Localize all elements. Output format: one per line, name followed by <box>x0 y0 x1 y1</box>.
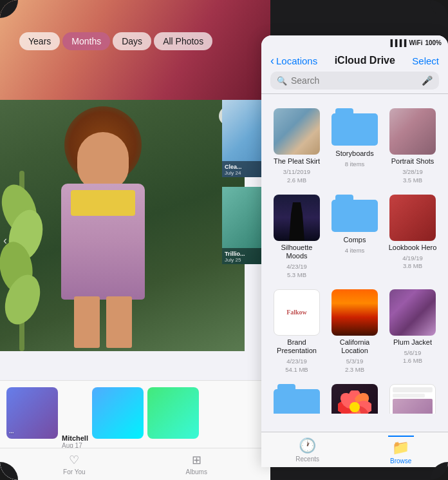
ipad-frame: Years Months Days All Photos <box>0 0 448 480</box>
file-meta: 8 items <box>345 160 365 168</box>
tab-years[interactable]: Years <box>19 32 60 50</box>
file-item[interactable]: Silhouette Moods4/23/195.3 MB <box>268 189 326 284</box>
file-thumbnail <box>389 384 436 414</box>
back-button[interactable]: ‹ Locations <box>270 55 317 66</box>
file-name: Plum Jacket <box>393 338 432 347</box>
file-name: Storyboards <box>335 149 373 158</box>
icloud-status-bar: ▐▐▐▐ WiFi 100% <box>261 35 448 50</box>
bottom-thumb-0[interactable]: ··· <box>6 387 58 439</box>
photos-nav: ♡ For You ⊞ Albums <box>0 448 270 480</box>
select-button[interactable]: Select <box>412 55 439 66</box>
icloud-panel: ▐▐▐▐ WiFi 100% ‹ Locations iCloud Drive … <box>261 35 448 467</box>
tab-recents[interactable]: 🕐 Recents <box>295 437 319 463</box>
nav-albums[interactable]: ⊞ Albums <box>186 453 207 475</box>
signal-icon: ▐▐▐▐ <box>388 39 406 46</box>
icloud-title: iCloud Drive <box>335 55 395 66</box>
file-name: Silhouette Moods <box>270 244 323 260</box>
file-meta: 5/6/191.6 MB <box>403 349 422 365</box>
file-thumbnail <box>389 108 436 155</box>
file-item[interactable]: Plum Jacket5/6/191.6 MB <box>384 284 442 379</box>
file-meta: 3/11/20192.6 MB <box>283 168 310 184</box>
file-meta: 3/28/193.5 MB <box>402 168 423 184</box>
icloud-tab-bar: 🕐 Recents 📁 Browse <box>261 432 448 467</box>
icloud-header: ‹ Locations iCloud Drive Select 🔍 🎤 <box>261 50 448 98</box>
file-item[interactable]: The Pleat Skirt3/11/20192.6 MB <box>268 103 326 189</box>
tab-browse[interactable]: 📁 Browse <box>388 436 414 465</box>
back-chevron-icon: ‹ <box>270 55 274 66</box>
main-photo: ··· <box>0 100 245 351</box>
file-name: Portrait Shots <box>391 157 434 166</box>
file-thumbnail <box>389 195 436 241</box>
file-thumbnail: Falkow <box>274 289 320 336</box>
search-input[interactable] <box>291 75 418 86</box>
bottom-thumb-2[interactable] <box>92 387 144 439</box>
file-name: Comps <box>344 236 366 244</box>
back-label: Locations <box>276 55 317 66</box>
tab-months[interactable]: Months <box>62 32 110 50</box>
photos-tab-bar: Years Months Days All Photos <box>19 32 212 50</box>
photos-top-strip <box>0 0 270 103</box>
file-item[interactable]: Comps4 items <box>326 189 384 284</box>
photos-bottom: ··· Mitchell Aug 17 ♡ For You ⊞ Albums <box>0 380 270 480</box>
mic-icon[interactable]: 🎤 <box>422 75 433 86</box>
file-name: California Location <box>328 338 381 355</box>
file-name: The Pleat Skirt <box>274 157 320 166</box>
nav-for-you[interactable]: ♡ For You <box>63 453 85 475</box>
separator <box>261 93 448 94</box>
bottom-thumb-3[interactable] <box>147 387 199 439</box>
bottom-person-name: Mitchell <box>62 434 88 442</box>
battery-icon: 100% <box>425 39 442 46</box>
file-item[interactable]: California Location5/3/192.3 MB <box>326 284 384 379</box>
file-meta: 4/19/193.8 MB <box>402 254 423 271</box>
svg-point-8 <box>350 402 360 412</box>
tab-all-photos[interactable]: All Photos <box>154 32 212 50</box>
file-item[interactable]: Proposals3 items <box>268 379 326 414</box>
file-item[interactable]: Color Inspiration5/6/191.9 MB <box>326 379 384 414</box>
file-meta: 5/3/192.3 MB <box>345 358 364 374</box>
file-grid: The Pleat Skirt3/11/20192.6 MBStoryboard… <box>261 98 448 414</box>
corner-tr <box>430 0 448 18</box>
file-thumbnail <box>331 289 378 336</box>
recents-icon: 🕐 <box>299 437 316 454</box>
file-meta: 4/23/1954.1 MB <box>285 358 308 374</box>
photos-app: Years Months Days All Photos <box>0 0 270 480</box>
file-thumbnail <box>274 108 320 155</box>
for-you-icon: ♡ <box>69 453 79 467</box>
file-name: Lookbook Hero <box>389 244 437 252</box>
file-thumbnail <box>331 384 378 414</box>
tab-days[interactable]: Days <box>113 32 151 50</box>
file-thumbnail <box>389 289 436 336</box>
file-meta: 4 items <box>345 247 365 254</box>
file-item[interactable]: Photoshoot Brief5/26/192 MB <box>384 379 442 414</box>
file-item[interactable]: Portrait Shots3/28/193.5 MB <box>384 103 442 189</box>
search-icon: 🔍 <box>277 76 287 86</box>
search-bar[interactable]: 🔍 🎤 <box>270 72 439 90</box>
file-name: Brand Presentation <box>270 338 323 355</box>
albums-icon: ⊞ <box>192 453 201 467</box>
file-thumbnail <box>274 195 320 241</box>
file-item[interactable]: Storyboards8 items <box>326 103 384 189</box>
browse-icon: 📁 <box>392 439 409 456</box>
file-meta: 4/23/195.3 MB <box>286 263 307 279</box>
file-item[interactable]: FalkowBrand Presentation4/23/1954.1 MB <box>268 284 326 379</box>
left-arrow[interactable]: ‹ <box>3 233 7 247</box>
file-item[interactable]: Lookbook Hero4/19/193.8 MB <box>384 189 442 284</box>
wifi-icon: WiFi <box>409 39 422 46</box>
